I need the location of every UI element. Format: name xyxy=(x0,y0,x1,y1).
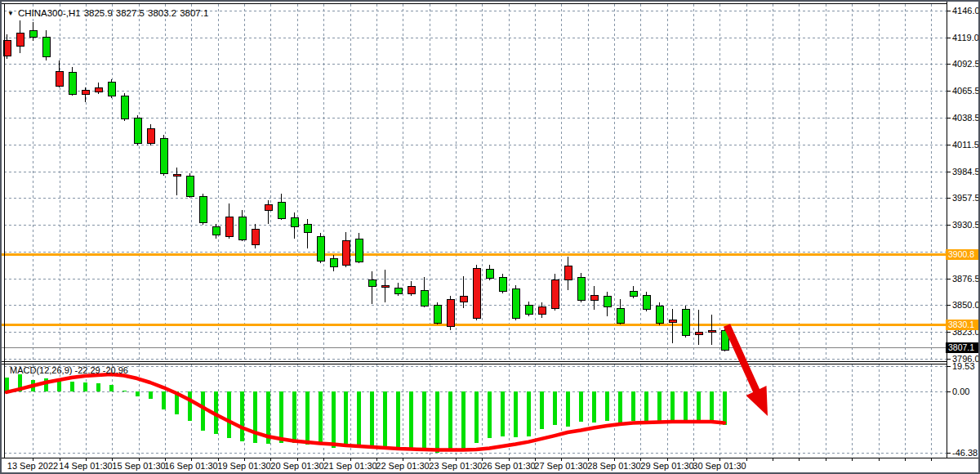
macd-histogram-bar xyxy=(83,382,87,391)
candle xyxy=(604,292,611,316)
candle xyxy=(342,232,350,267)
candle xyxy=(186,173,194,198)
price-tick-label: 4038.5 xyxy=(952,113,980,123)
candle-body xyxy=(147,128,154,143)
candle xyxy=(381,270,389,302)
candle-body xyxy=(252,229,259,244)
macd-histogram-bar xyxy=(70,382,74,391)
macd-histogram-bar xyxy=(136,391,140,396)
candle-body xyxy=(447,299,454,326)
candle-body xyxy=(525,305,532,314)
price-tick-label: 3957.5 xyxy=(952,193,980,203)
macd-histogram-bar xyxy=(579,391,583,422)
high-value: 3827.5 xyxy=(116,8,145,18)
chart-canvas[interactable] xyxy=(2,2,980,474)
candle xyxy=(16,20,24,53)
macd-histogram-bar xyxy=(448,391,452,450)
macd-histogram-bar xyxy=(201,391,205,431)
candle-body xyxy=(538,306,546,314)
candle-body xyxy=(643,295,650,309)
candle xyxy=(421,277,428,307)
candle-body xyxy=(199,196,207,222)
candle xyxy=(695,310,702,345)
low-value: 3803.2 xyxy=(148,8,176,18)
macd-histogram-bar xyxy=(96,383,100,391)
open-value: 3825.9 xyxy=(84,8,113,18)
candle-body xyxy=(225,217,233,236)
macd-histogram-bar xyxy=(279,391,283,443)
macd-histogram-bar xyxy=(409,391,413,450)
candle-body xyxy=(434,305,441,323)
macd-histogram-bar xyxy=(592,391,596,423)
macd-value: -22.29 xyxy=(74,365,100,375)
candle-body xyxy=(604,296,611,306)
candle xyxy=(238,210,246,241)
candle xyxy=(538,302,546,318)
candle xyxy=(278,194,285,220)
price-tick-label: 3984.5 xyxy=(952,167,980,177)
macd-histogram-bar xyxy=(396,391,400,449)
candle-body xyxy=(95,87,102,92)
candle-body xyxy=(381,285,389,287)
macd-histogram-bar xyxy=(370,391,374,448)
candle xyxy=(108,79,115,98)
macd-histogram-bar xyxy=(631,391,635,421)
candle-body xyxy=(564,266,572,279)
date-tick-label: 30 Sep 01:30 xyxy=(687,461,752,471)
symbol-period-label: CHINA300-,H1 xyxy=(18,8,81,18)
candle xyxy=(95,83,102,94)
macd-histogram-bar xyxy=(357,391,361,446)
price-tick-label: 4092.5 xyxy=(952,59,980,69)
candle-body xyxy=(695,332,702,334)
macd-histogram-bar xyxy=(305,391,310,445)
candle-body xyxy=(186,176,194,196)
macd-histogram-bar xyxy=(697,391,701,423)
current-price-badge: 3807.1 xyxy=(946,342,979,353)
candle xyxy=(173,168,180,195)
price-tick-label: 4065.5 xyxy=(952,86,980,96)
candle xyxy=(512,285,519,320)
price-tick-label: 3930.5 xyxy=(952,220,980,230)
macd-histogram-bar xyxy=(109,385,114,391)
collapse-caret-icon[interactable]: ▼ xyxy=(7,10,14,17)
candle-body xyxy=(238,217,246,239)
candle xyxy=(630,286,637,298)
candle-body xyxy=(29,30,37,37)
macd-indicator-label: MACD(12,26,9) -22.29 -20.96 xyxy=(10,365,128,375)
macd-histogram-bar xyxy=(644,391,648,423)
candle xyxy=(460,276,467,308)
candle xyxy=(160,135,167,176)
candle-body xyxy=(421,290,428,306)
price-tick-label: 3850.0 xyxy=(952,300,980,310)
candle xyxy=(304,219,311,248)
candle xyxy=(394,283,402,296)
candle xyxy=(643,292,650,311)
macd-histogram-bar xyxy=(527,391,531,436)
candle-body xyxy=(551,279,559,308)
candle-body xyxy=(134,118,141,143)
candle-body xyxy=(499,277,506,291)
candle-body xyxy=(682,309,689,335)
candle xyxy=(147,124,154,145)
macd-histogram-bar xyxy=(240,391,244,441)
candle-body xyxy=(278,202,285,218)
candle-body xyxy=(108,82,115,96)
macd-histogram-bar xyxy=(514,391,518,437)
candle xyxy=(617,299,624,324)
macd-histogram-bar xyxy=(149,391,153,399)
macd-histogram-bar xyxy=(710,391,714,422)
candle-body xyxy=(121,96,128,118)
macd-histogram-bar xyxy=(383,391,387,449)
candle xyxy=(682,306,689,338)
candle xyxy=(42,30,50,60)
candle xyxy=(656,302,663,325)
candle-body xyxy=(212,226,220,235)
macd-histogram-bar xyxy=(188,391,192,421)
candle-body xyxy=(617,308,624,323)
macd-histogram-bar xyxy=(474,391,479,443)
macd-name: MACD(12,26,9) xyxy=(10,365,72,375)
candle xyxy=(525,302,532,316)
candle-body xyxy=(355,239,363,262)
macd-histogram-bar xyxy=(501,391,505,436)
macd-signal-line xyxy=(7,374,724,450)
